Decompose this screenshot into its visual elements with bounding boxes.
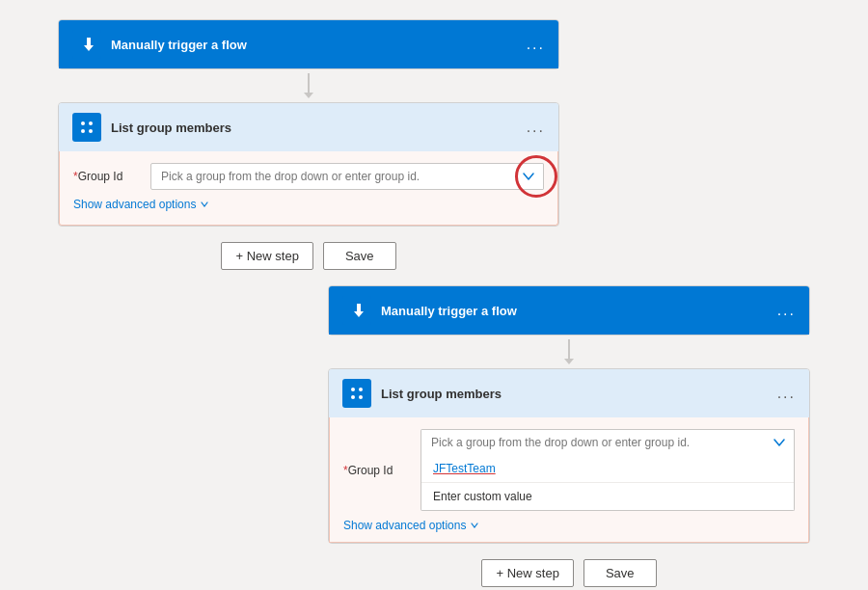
field-row-top: *Group Id — [73, 163, 544, 190]
action-buttons-top: + New step Save — [221, 242, 395, 270]
trigger-title-bottom: Manually trigger a flow — [381, 304, 777, 318]
new-step-button-top[interactable]: + New step — [221, 242, 312, 270]
dropdown-panel: JFTestTeam Enter custom value — [420, 455, 795, 511]
list-title-bottom: List group members — [381, 387, 777, 401]
group-id-input-top[interactable] — [150, 163, 544, 190]
group-id-input-bottom[interactable] — [420, 429, 795, 455]
connector-top — [304, 73, 313, 98]
svg-point-2 — [81, 129, 85, 133]
teams-icon-bottom — [342, 379, 371, 408]
action-buttons-bottom: + New step Save — [481, 559, 656, 587]
field-input-wrapper-top — [150, 163, 544, 190]
list-card-header-top: List group members ... — [59, 103, 558, 151]
dropdown-option-1[interactable]: Enter custom value — [421, 483, 794, 510]
list-card-bottom: List group members ... *Group Id — [328, 368, 810, 544]
trigger-icon-bottom — [342, 296, 371, 325]
connector-arrow-bottom — [564, 359, 574, 364]
advanced-options-bottom[interactable]: Show advanced options — [343, 519, 795, 542]
list-dots-top[interactable]: ... — [527, 119, 545, 136]
field-label-bottom: *Group Id — [343, 464, 420, 477]
dropdown-option-0[interactable]: JFTestTeam — [421, 455, 794, 482]
list-card-body-bottom: *Group Id — [329, 417, 809, 543]
list-title-top: List group members — [111, 121, 527, 135]
connector-line-bottom — [568, 339, 570, 359]
list-dots-bottom[interactable]: ... — [777, 385, 796, 402]
list-card-body-top: *Group Id Show advanced opt — [59, 151, 558, 226]
field-label-top: *Group Id — [73, 170, 150, 183]
save-button-bottom[interactable]: Save — [583, 559, 657, 587]
svg-point-6 — [351, 395, 355, 399]
required-star-top: * — [73, 170, 78, 183]
trigger-card-header-bottom: Manually trigger a flow ... — [329, 286, 809, 335]
list-card-header-bottom: List group members ... — [329, 369, 809, 417]
trigger-icon-top — [72, 30, 101, 59]
trigger-title-top: Manually trigger a flow — [111, 38, 527, 52]
trigger-card-header-top: Manually trigger a flow ... — [59, 20, 558, 68]
connector-bottom — [564, 339, 574, 364]
svg-point-3 — [89, 129, 93, 133]
svg-point-4 — [351, 388, 355, 391]
field-row-bottom: *Group Id — [343, 429, 795, 511]
trigger-card-top: Manually trigger a flow ... — [58, 19, 559, 69]
field-input-wrapper-bottom: JFTestTeam Enter custom value — [420, 429, 795, 511]
connector-line-top — [308, 73, 310, 93]
connector-arrow-top — [304, 93, 313, 98]
svg-point-1 — [89, 121, 93, 125]
teams-icon-top — [72, 113, 101, 142]
svg-point-5 — [359, 388, 363, 391]
trigger-dots-top[interactable]: ... — [527, 36, 545, 53]
new-step-button-bottom[interactable]: + New step — [481, 559, 573, 587]
svg-point-0 — [81, 121, 85, 125]
group-id-dropdown-btn-top[interactable] — [513, 163, 544, 190]
save-button-top[interactable]: Save — [323, 242, 396, 270]
trigger-card-bottom: Manually trigger a flow ... — [328, 285, 810, 335]
group-id-dropdown-btn-bottom[interactable] — [764, 429, 795, 455]
advanced-options-top[interactable]: Show advanced options — [73, 198, 544, 211]
svg-point-7 — [359, 395, 363, 399]
list-card-top: List group members ... *Group Id — [58, 102, 559, 227]
trigger-dots-bottom[interactable]: ... — [777, 302, 796, 319]
required-star-bottom: * — [343, 464, 348, 477]
